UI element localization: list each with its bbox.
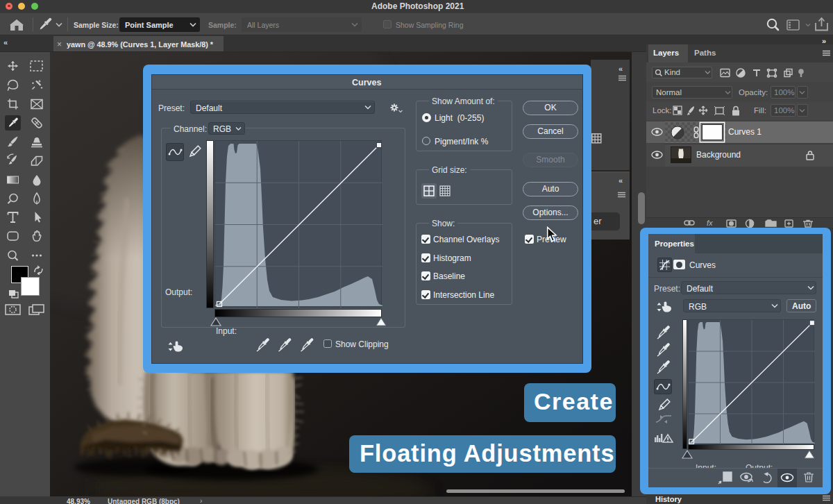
svg-text:fx: fx [707,219,713,227]
